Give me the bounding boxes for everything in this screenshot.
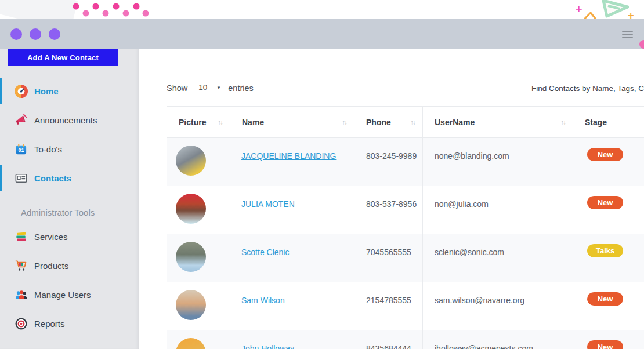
- contact-phone: 2154785555: [354, 282, 423, 330]
- contact-avatar: [176, 338, 206, 349]
- contact-name-link[interactable]: John Holloway: [241, 344, 294, 349]
- top-bar: [0, 19, 644, 49]
- window-dot-icon: [49, 28, 60, 40]
- hamburger-menu-icon[interactable]: [622, 29, 633, 39]
- pink-edge-dot-icon: [639, 40, 644, 49]
- stage-badge: New: [587, 340, 623, 349]
- sidebar-item-todos[interactable]: 01 To-do's: [0, 134, 139, 163]
- table-row: Sam Wilson 2154785555 sam.wilson@navarre…: [167, 282, 644, 330]
- sidebar-item-label: Manage Users: [34, 290, 91, 300]
- target-icon: [15, 317, 28, 330]
- sidebar-item-announcements[interactable]: Announcements: [0, 106, 139, 134]
- column-header-picture[interactable]: Picture ↑↓: [167, 107, 230, 138]
- stage-badge: Talks: [587, 244, 623, 257]
- sidebar: Add A New Contact Home: [0, 49, 139, 349]
- sidebar-item-products[interactable]: Products: [0, 251, 139, 280]
- page-size-value: 10: [198, 83, 207, 92]
- paper-plane-icon: [592, 0, 630, 20]
- sidebar-item-home[interactable]: Home: [0, 77, 139, 106]
- contact-name-link[interactable]: JACQUELINE BLANDING: [241, 151, 336, 161]
- contacts-main-panel: Show 10 ▾ entries Find Contacts by Name,…: [139, 49, 644, 349]
- table-header-row: Picture ↑↓ Name ↑↓ Phone ↑↓ UserName ↑↓ …: [167, 107, 644, 138]
- table-row: JULIA MOTEN 803-537-8956 non@julia.com N…: [167, 186, 644, 234]
- svg-text:01: 01: [18, 147, 24, 153]
- window-dots: [10, 28, 60, 40]
- table-toolbar: Show 10 ▾ entries Find Contacts by Name,…: [139, 82, 644, 94]
- find-contacts-label: Find Contacts by Name, Tags, C: [531, 84, 644, 93]
- contact-phone: 8435684444: [354, 330, 423, 349]
- contact-name-link[interactable]: Sam Wilson: [241, 296, 285, 305]
- sidebar-item-label: Reports: [34, 319, 65, 329]
- contact-username: jholloway@acmepests.com: [423, 330, 573, 349]
- contact-name-link[interactable]: Scotte Clenic: [241, 248, 289, 257]
- column-header-username[interactable]: UserName ↑↓: [423, 107, 573, 138]
- sort-icon[interactable]: ↑↓: [342, 119, 347, 126]
- sidebar-item-services[interactable]: Services: [0, 222, 139, 251]
- table-row: JACQUELINE BLANDING 803-245-9989 none@bl…: [167, 138, 644, 186]
- sort-icon[interactable]: ↑↓: [561, 119, 566, 126]
- contact-avatar: [176, 194, 206, 224]
- contact-username: none@blanding.com: [423, 138, 573, 186]
- table-row: Scotte Clenic 7045565555 sclenic@sonic.c…: [167, 234, 644, 282]
- sidebar-item-label: To-do's: [34, 144, 62, 154]
- contact-username: sam.wilson@navarre.org: [423, 282, 573, 330]
- column-header-phone[interactable]: Phone ↑↓: [354, 107, 423, 138]
- users-icon: [15, 288, 28, 301]
- gauge-icon: [15, 85, 28, 98]
- entries-label: entries: [228, 83, 254, 93]
- todo-calendar-icon: 01: [15, 143, 28, 156]
- show-entries-control: Show 10 ▾ entries: [167, 82, 254, 94]
- column-header-name[interactable]: Name ↑↓: [230, 107, 354, 138]
- sidebar-item-reports[interactable]: Reports: [0, 309, 139, 338]
- contact-name-link[interactable]: JULIA MOTEN: [241, 199, 295, 209]
- contact-phone: 803-537-8956: [354, 186, 423, 234]
- chevron-down-icon: ▾: [218, 85, 220, 90]
- contact-avatar: [176, 290, 206, 320]
- sort-icon[interactable]: ↑↓: [411, 119, 415, 126]
- contact-avatar: [176, 242, 206, 272]
- page-size-select[interactable]: 10 ▾: [193, 82, 223, 94]
- sidebar-item-contacts[interactable]: Contacts: [0, 163, 139, 192]
- window-dot-icon: [10, 28, 22, 40]
- column-header-stage[interactable]: Stage ↑↓: [573, 107, 644, 138]
- contact-avatar: [176, 146, 206, 176]
- sidebar-item-label: Services: [34, 232, 68, 242]
- contacts-table: Picture ↑↓ Name ↑↓ Phone ↑↓ UserName ↑↓ …: [167, 106, 644, 349]
- sidebar-item-label: Products: [34, 261, 68, 271]
- sidebar-item-manage-users[interactable]: Manage Users: [0, 280, 139, 309]
- sidebar-item-label: Announcements: [34, 115, 97, 125]
- show-label: Show: [167, 83, 187, 93]
- books-icon: [15, 230, 28, 243]
- contact-phone: 803-245-9989: [354, 138, 423, 186]
- sort-icon[interactable]: ↑↓: [218, 119, 223, 126]
- table-row: John Holloway 8435684444 jholloway@acmep…: [167, 330, 644, 349]
- megaphone-icon: [15, 114, 28, 127]
- contact-card-icon: [15, 172, 28, 185]
- admin-tools-section-label: Administrator Tools: [0, 208, 139, 217]
- contact-username: sclenic@sonic.com: [423, 234, 573, 282]
- stage-badge: New: [587, 148, 623, 161]
- window-dot-icon: [30, 28, 41, 40]
- stage-badge: New: [587, 292, 623, 306]
- sidebar-item-label: Contacts: [34, 173, 71, 183]
- sidebar-item-label: Home: [34, 86, 59, 96]
- pink-plus-icon: +: [575, 5, 583, 14]
- add-new-contact-button[interactable]: Add A New Contact: [8, 49, 118, 66]
- contact-phone: 7045565555: [354, 234, 423, 282]
- stage-badge: New: [587, 196, 623, 209]
- cart-icon: [15, 259, 28, 272]
- pink-dots-pattern: [67, 0, 154, 19]
- contact-username: non@julia.com: [423, 186, 573, 234]
